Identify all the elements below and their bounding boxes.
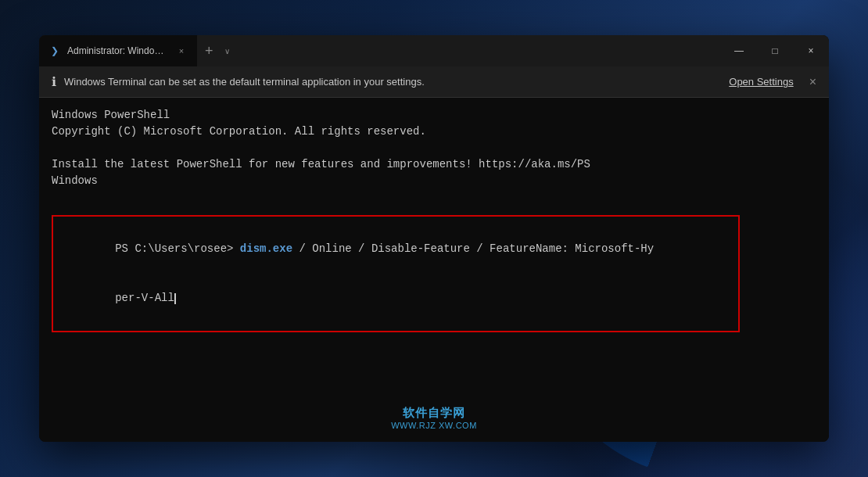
cursor <box>174 293 176 304</box>
tab-close-button[interactable]: × <box>175 45 188 57</box>
new-tab-button[interactable]: + <box>197 35 221 66</box>
info-icon: ℹ <box>52 74 56 89</box>
tab-dropdown-button[interactable]: ∨ <box>221 35 233 66</box>
output-line-4: Install the latest PowerShell for new fe… <box>52 156 816 173</box>
terminal-window: ❯ Administrator: Windows PowerS × + ∨ — … <box>39 35 829 442</box>
output-line-5: Windows <box>52 173 816 189</box>
blank-line-2 <box>52 189 816 206</box>
notification-message: Windows Terminal can be set as the defau… <box>64 76 721 88</box>
dism-exe: dism.exe <box>240 242 292 255</box>
command-line-1: PS C:\Users\rosee> dism.exe / Online / D… <box>63 224 729 274</box>
command-args-1: / Online / Disable-Feature / FeatureName… <box>292 242 654 255</box>
window-close-button[interactable]: × <box>793 35 829 66</box>
tab-title: Administrator: Windows PowerS <box>67 45 169 56</box>
open-settings-link[interactable]: Open Settings <box>729 76 793 88</box>
notification-close-button[interactable]: × <box>809 75 816 89</box>
notification-bar: ℹ Windows Terminal can be set as the def… <box>39 66 829 98</box>
minimize-button[interactable]: — <box>721 35 757 66</box>
maximize-button[interactable]: □ <box>757 35 793 66</box>
active-tab[interactable]: ❯ Administrator: Windows PowerS × <box>39 35 197 66</box>
terminal-content[interactable]: Windows PowerShell Copyright (C) Microso… <box>39 98 829 442</box>
output-line-1: Windows PowerShell <box>52 107 816 124</box>
window-controls: — □ × <box>721 35 829 66</box>
prompt-text: PS C:\Users\rosee> <box>115 242 240 255</box>
tab-area: ❯ Administrator: Windows PowerS × + ∨ <box>39 35 721 66</box>
command-line-2: per-V-All <box>63 274 729 323</box>
command-args-2: per-V-All <box>115 292 174 304</box>
title-bar: ❯ Administrator: Windows PowerS × + ∨ — … <box>39 35 829 66</box>
blank-line-1 <box>52 140 816 156</box>
powershell-icon: ❯ <box>48 45 61 57</box>
command-input-box[interactable]: PS C:\Users\rosee> dism.exe / Online / D… <box>52 215 740 332</box>
output-line-2: Copyright (C) Microsoft Corporation. All… <box>52 124 816 140</box>
